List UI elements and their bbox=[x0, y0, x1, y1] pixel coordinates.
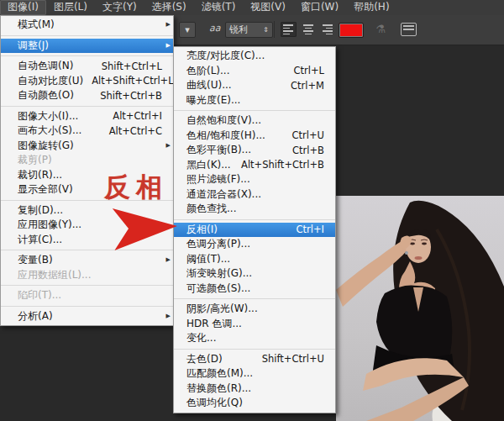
menu-item-shortcut: Alt+Ctrl+I bbox=[113, 110, 162, 122]
adjust-menu-item-0[interactable]: 亮度/对比度(C)... bbox=[174, 49, 335, 64]
adjust-menu-item-10[interactable]: 通道混合器(X)... bbox=[174, 187, 335, 203]
menu-item-label: 自动色调(N) bbox=[18, 59, 93, 73]
adjust-menu-item-20[interactable]: HDR 色调... bbox=[174, 317, 335, 332]
adjust-menu-item-7[interactable]: 色彩平衡(B)...Ctrl+B bbox=[174, 143, 335, 158]
menu-item-shortcut: Shift+Ctrl+B bbox=[100, 90, 162, 102]
image-menu-item-8[interactable]: 图像大小(I)...Alt+Ctrl+I bbox=[1, 109, 173, 124]
menu-item-label: 照片滤镜(F)... bbox=[186, 172, 324, 187]
warp-text-icon: ⚗ bbox=[373, 22, 388, 37]
menu-item-label: HDR 色调... bbox=[186, 317, 324, 331]
menu-item-label: 色相/饱和度(H)... bbox=[186, 129, 283, 143]
adjust-menu-item-15[interactable]: 阈值(T)... bbox=[174, 252, 335, 267]
menu-item-label: 自动对比度(U) bbox=[18, 74, 83, 88]
annotation-text: 反相 bbox=[104, 170, 168, 205]
menu-item-label: 通道混合器(X)... bbox=[186, 187, 324, 202]
menubar: 图像(I)图层(L)文字(Y)选择(S)滤镜(T)视图(V)窗口(W)帮助(H) bbox=[0, 0, 504, 15]
menu-item-shortcut: Ctrl+M bbox=[291, 80, 324, 92]
image-menu-item-11: 裁剪(P) bbox=[1, 153, 173, 168]
image-menu-item-5[interactable]: 自动对比度(U)Alt+Shift+Ctrl+L bbox=[1, 74, 173, 89]
menu-item-label: 自动颜色(O) bbox=[18, 88, 92, 103]
menu-item-label: 曝光度(E)... bbox=[186, 93, 324, 108]
adjust-menu-item-26[interactable]: 色调均化(Q) bbox=[174, 396, 335, 411]
menu-item-label: 分析(A) bbox=[18, 309, 162, 324]
photoshop-window: 图像(I)图层(L)文字(Y)选择(S)滤镜(T)视图(V)窗口(W)帮助(H)… bbox=[0, 0, 504, 421]
adjust-menu-item-11[interactable]: 颜色查找... bbox=[174, 202, 335, 217]
image-menu-item-0[interactable]: 模式(M)▶ bbox=[1, 18, 173, 33]
menubar-item-1[interactable]: 图层(L) bbox=[46, 0, 95, 15]
image-menu-item-20: 应用数据组(L)... bbox=[1, 268, 173, 283]
menu-item-label: 陷印(T)... bbox=[18, 288, 162, 303]
menubar-item-0[interactable]: 图像(I) bbox=[0, 0, 46, 15]
menubar-item-7[interactable]: 帮助(H) bbox=[346, 0, 396, 15]
adjust-menu-item-5[interactable]: 自然饱和度(V)... bbox=[174, 113, 335, 129]
align-left-button[interactable] bbox=[281, 22, 297, 37]
spinner-arrows-icon: ⇕ bbox=[263, 26, 269, 34]
menubar-item-5[interactable]: 视图(V) bbox=[243, 0, 293, 15]
adjust-menu-item-25[interactable]: 替换颜色(R)... bbox=[174, 382, 335, 397]
adjust-menu-item-8[interactable]: 黑白(K)...Alt+Shift+Ctrl+B bbox=[174, 158, 335, 173]
image-menu-item-9[interactable]: 画布大小(S)...Alt+Ctrl+C bbox=[1, 124, 173, 139]
image-menu-item-4[interactable]: 自动色调(N)Shift+Ctrl+L bbox=[1, 59, 173, 74]
menubar-item-3[interactable]: 选择(S) bbox=[144, 0, 194, 15]
adjust-menu-item-17[interactable]: 可选颜色(S)... bbox=[174, 282, 335, 297]
menu-item-label: 阴影/高光(W)... bbox=[186, 302, 324, 316]
submenu-arrow-icon: ▶ bbox=[162, 253, 171, 267]
adjust-menu-item-9[interactable]: 照片滤镜(F)... bbox=[174, 172, 335, 187]
image-menu-item-19[interactable]: 变量(B)▶ bbox=[1, 253, 173, 268]
menu-item-label: 变化... bbox=[186, 331, 324, 345]
menu-item-label: 图像旋转(G) bbox=[18, 139, 162, 153]
menu-item-shortcut: Alt+Shift+Ctrl+L bbox=[92, 75, 173, 87]
adjust-menu-item-16[interactable]: 渐变映射(G)... bbox=[174, 266, 335, 282]
menu-item-shortcut: Ctrl+L bbox=[293, 65, 324, 76]
adjust-menu-item-21[interactable]: 变化... bbox=[174, 331, 335, 346]
antialias-icon: aa bbox=[209, 23, 220, 34]
menubar-item-4[interactable]: 滤镜(T) bbox=[194, 0, 244, 15]
align-center-button[interactable] bbox=[300, 22, 316, 37]
adjust-menu-item-6[interactable]: 色相/饱和度(H)...Ctrl+U bbox=[174, 129, 335, 144]
menu-item-label: 颜色查找... bbox=[186, 202, 324, 216]
adjust-menu-item-23[interactable]: 去色(D)Shift+Ctrl+U bbox=[174, 352, 335, 367]
menu-item-label: 曲线(U)... bbox=[186, 78, 282, 92]
submenu-arrow-icon: ▶ bbox=[162, 18, 171, 32]
adjust-menu-item-19[interactable]: 阴影/高光(W)... bbox=[174, 302, 335, 317]
image-menu-item-2[interactable]: 调整(J)▶ bbox=[1, 39, 173, 54]
menu-item-label: 黑白(K)... bbox=[186, 158, 233, 172]
adjust-menu-item-24[interactable]: 匹配颜色(M)... bbox=[174, 366, 335, 382]
menu-item-shortcut: Ctrl+B bbox=[292, 145, 324, 156]
menu-item-label: 匹配颜色(M)... bbox=[186, 366, 324, 381]
adjust-menu-separator bbox=[174, 349, 335, 350]
menu-item-label: 变量(B) bbox=[18, 253, 162, 267]
menu-item-shortcut: Shift+Ctrl+L bbox=[102, 61, 162, 72]
adjust-menu-separator bbox=[174, 298, 335, 299]
menu-item-label: 替换颜色(R)... bbox=[186, 382, 324, 396]
menu-item-label: 模式(M) bbox=[18, 18, 162, 32]
preset-dropdown-button[interactable]: ▾ bbox=[179, 22, 196, 38]
image-menu-item-22: 陷印(T)... bbox=[1, 288, 173, 303]
text-color-swatch[interactable] bbox=[339, 23, 364, 38]
toolbar-divider bbox=[274, 21, 275, 38]
menu-item-shortcut: Ctrl+I bbox=[297, 224, 325, 235]
toggle-panels-icon[interactable] bbox=[401, 23, 417, 36]
antialias-method-select[interactable]: 锐利 ⇕ bbox=[225, 22, 273, 38]
image-menu-item-6[interactable]: 自动颜色(O)Shift+Ctrl+B bbox=[1, 88, 173, 103]
adjust-menu-separator bbox=[174, 110, 335, 111]
menubar-item-2[interactable]: 文字(Y) bbox=[95, 0, 144, 15]
adjust-menu-item-3[interactable]: 曝光度(E)... bbox=[174, 93, 335, 108]
menu-item-label: 色调均化(Q) bbox=[186, 396, 324, 410]
adjust-menu-item-14[interactable]: 色调分离(P)... bbox=[174, 237, 335, 252]
menubar-item-6[interactable]: 窗口(W) bbox=[293, 0, 346, 15]
adjust-menu-item-13[interactable]: 反相(I)Ctrl+I bbox=[174, 223, 335, 238]
portrait-photo bbox=[336, 196, 504, 421]
menu-item-label: 色彩平衡(B)... bbox=[186, 143, 284, 157]
adjust-menu-item-1[interactable]: 色阶(L)...Ctrl+L bbox=[174, 64, 335, 79]
annotation-arrow-icon bbox=[113, 202, 179, 254]
adjust-menu-item-2[interactable]: 曲线(U)...Ctrl+M bbox=[174, 78, 335, 93]
image-menu-item-10[interactable]: 图像旋转(G)▶ bbox=[1, 139, 173, 154]
menu-item-shortcut: Ctrl+U bbox=[291, 129, 324, 141]
image-menu-separator bbox=[1, 55, 173, 56]
menu-item-label: 裁剪(P) bbox=[18, 153, 162, 167]
submenu-arrow-icon: ▶ bbox=[162, 39, 171, 53]
align-right-button[interactable] bbox=[319, 22, 335, 37]
image-menu-item-24[interactable]: 分析(A)▶ bbox=[1, 309, 173, 324]
photo-canvas[interactable] bbox=[336, 196, 504, 421]
